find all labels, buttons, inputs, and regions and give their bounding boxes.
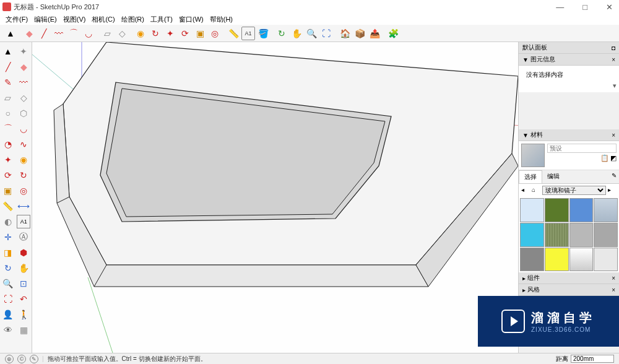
component-icon[interactable]: 📦: [353, 27, 366, 40]
eraser2-icon[interactable]: ◆: [17, 60, 31, 74]
position-cam-icon[interactable]: 👤: [1, 308, 15, 321]
material-name-input[interactable]: [547, 144, 617, 153]
close-button[interactable]: ✕: [602, 2, 617, 12]
pencil-icon[interactable]: ✎: [1, 76, 15, 89]
polygon-icon[interactable]: ⬡: [17, 106, 31, 120]
followme2-icon[interactable]: ↻: [17, 168, 31, 182]
menu-help[interactable]: 帮助(H): [208, 15, 235, 24]
bezier-icon[interactable]: ∿: [17, 137, 31, 151]
material-category-select[interactable]: 玻璃和镜子: [542, 186, 606, 195]
rect2-icon[interactable]: ▱: [1, 91, 15, 105]
maximize-button[interactable]: □: [579, 2, 591, 12]
dimension-icon[interactable]: ⟷: [17, 199, 31, 213]
section-icon[interactable]: ◨: [1, 246, 15, 259]
tab-edit[interactable]: 编辑: [542, 170, 565, 183]
arc3-icon[interactable]: ⌒: [1, 122, 15, 136]
rectangle-tool-icon[interactable]: ▱: [100, 27, 114, 40]
pie-icon[interactable]: ◔: [1, 137, 15, 151]
zoomwin-icon[interactable]: ⊡: [17, 277, 31, 290]
zoomext2-icon[interactable]: ⛶: [1, 292, 15, 306]
pan2-icon[interactable]: ✋: [17, 261, 31, 275]
menu-tools[interactable]: 工具(T): [149, 15, 175, 24]
3d-viewport[interactable]: [32, 42, 518, 353]
back-icon[interactable]: ◂: [521, 186, 530, 195]
pushpull-tool-icon[interactable]: ◉: [134, 27, 147, 40]
material-swatch[interactable]: [520, 223, 544, 247]
orbit2-icon[interactable]: ↻: [1, 261, 15, 275]
warehouse-icon[interactable]: 🏠: [338, 27, 352, 40]
material-swatch[interactable]: [520, 248, 544, 272]
followme-tool-icon[interactable]: ↻: [149, 27, 162, 40]
menu-camera[interactable]: 相机(C): [90, 15, 116, 24]
text2-icon[interactable]: A1: [17, 215, 30, 228]
lasso-icon[interactable]: ✦: [17, 45, 31, 58]
orbit-tool-icon[interactable]: ↻: [275, 27, 288, 40]
material-swatch[interactable]: [520, 198, 544, 222]
zoom-tool-icon[interactable]: 🔍: [305, 27, 318, 40]
eyedropper-icon[interactable]: ✎: [609, 170, 619, 183]
material-swatch[interactable]: [594, 223, 618, 247]
sandbox-icon[interactable]: ▦: [17, 323, 31, 337]
scale-tool-icon[interactable]: ▣: [193, 27, 207, 40]
zoom-extents-icon[interactable]: ⛶: [319, 27, 333, 40]
eraser-tool-icon[interactable]: ◆: [22, 27, 36, 40]
text-tool-icon[interactable]: A1: [241, 27, 255, 40]
material-swatch[interactable]: [545, 248, 569, 272]
arc4-icon[interactable]: ◡: [17, 122, 31, 136]
home-icon[interactable]: ⌂: [532, 186, 540, 195]
freehand2-icon[interactable]: 〰: [17, 76, 31, 89]
menu-draw[interactable]: 绘图(R): [119, 15, 146, 24]
material-swatch[interactable]: [569, 248, 594, 272]
pin-icon[interactable]: ◘: [612, 45, 615, 51]
extension-icon[interactable]: 🧩: [386, 27, 400, 40]
menu-window[interactable]: 窗口(W): [177, 15, 206, 24]
axes-icon[interactable]: ✛: [1, 230, 15, 244]
material-swatch[interactable]: [545, 198, 569, 222]
offset-tool-icon[interactable]: ◎: [208, 27, 222, 40]
material-swatch[interactable]: [545, 223, 569, 247]
rotated-rect-icon[interactable]: ◇: [115, 27, 129, 40]
line-tool-icon[interactable]: ╱: [37, 27, 51, 40]
3dtext-icon[interactable]: Ⓐ: [17, 230, 31, 244]
protractor-icon[interactable]: ◐: [1, 215, 14, 228]
minimize-button[interactable]: —: [552, 2, 568, 12]
material-swatch[interactable]: [594, 198, 618, 222]
select-icon[interactable]: ▲: [1, 45, 15, 58]
move-tool-icon[interactable]: ✦: [163, 27, 177, 40]
geo-icon[interactable]: ⊕: [5, 355, 14, 363]
walk-icon[interactable]: 🚶: [17, 308, 31, 321]
upload-icon[interactable]: 📤: [368, 27, 381, 40]
line2-icon[interactable]: ╱: [1, 60, 15, 74]
close-panel-icon[interactable]: ×: [612, 56, 615, 63]
rotate2-icon[interactable]: ⟳: [1, 168, 15, 182]
material-swatch[interactable]: [521, 144, 545, 167]
scale2-icon[interactable]: ▣: [1, 184, 15, 197]
select-tool-icon[interactable]: ▲: [4, 27, 17, 40]
material-swatch[interactable]: [569, 198, 594, 222]
paint-bucket-icon[interactable]: 🪣: [256, 27, 270, 40]
close-panel-icon[interactable]: ×: [612, 132, 615, 139]
arc2-tool-icon[interactable]: ◡: [82, 27, 95, 40]
menu-file[interactable]: 文件(F): [4, 15, 30, 24]
material-swatch[interactable]: [594, 248, 618, 272]
freehand-icon[interactable]: 〰: [52, 27, 66, 40]
default-material-icon[interactable]: ◩: [610, 154, 617, 162]
move2-icon[interactable]: ✦: [1, 153, 15, 167]
close-panel-icon[interactable]: ×: [612, 287, 615, 293]
tape2-icon[interactable]: 📏: [1, 199, 15, 213]
lookaround-icon[interactable]: 👁: [1, 323, 15, 337]
rotrect-icon[interactable]: ◇: [17, 91, 31, 105]
pushpull2-icon[interactable]: ◉: [17, 153, 31, 167]
materials-header[interactable]: ▼ 材料 ×: [519, 129, 619, 141]
circle-icon[interactable]: ○: [1, 106, 15, 120]
zoom2-icon[interactable]: 🔍: [1, 277, 15, 290]
menu-edit[interactable]: 编辑(E): [32, 15, 59, 24]
create-material-icon[interactable]: 📋: [600, 154, 609, 162]
arc-tool-icon[interactable]: ⌒: [67, 27, 80, 40]
tape-tool-icon[interactable]: 📏: [227, 27, 240, 40]
components-header[interactable]: ▸ 组件 ×: [519, 272, 619, 284]
offset2-icon[interactable]: ◎: [17, 184, 31, 197]
claim-icon[interactable]: ✎: [30, 355, 38, 363]
prev-icon[interactable]: ↶: [17, 292, 31, 306]
default-panel-header[interactable]: 默认面板 ◘: [519, 42, 619, 54]
